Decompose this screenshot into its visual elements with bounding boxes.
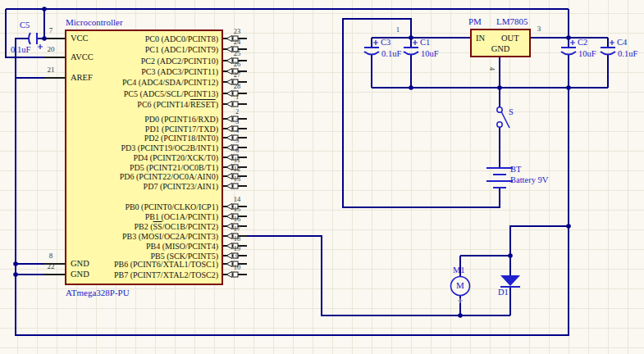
mcu-left-pin-number-0: 7 <box>39 27 62 35</box>
battery-value: Battery 9V <box>510 175 548 185</box>
mcu-left-pin-number-3: 8 <box>39 252 62 261</box>
capacitor-c3-designator: C3 <box>381 38 391 48</box>
mcu-left-pin-number-4: 22 <box>39 263 62 271</box>
mcu-left-pin-name-3: GND <box>71 259 89 269</box>
mcu-right-pin-name-part: PC4 (ADC4/SDA/PCINT12) <box>122 78 218 87</box>
regulator-designator: PM <box>468 16 482 26</box>
mcu-right-pin-name-part: PB2 ( <box>134 222 153 231</box>
mcu-right-pin-name-part: PC6 (PCINT14/ <box>137 100 190 109</box>
capacitor-c2-value: 10uF <box>578 49 596 59</box>
capacitor-c3-value: 0.1uF <box>381 49 401 59</box>
mcu-right-pin-name-5: PC5 (ADC5/SCL/PCINT13) <box>66 88 218 99</box>
mcu-right-pin-number-20: 19 <box>225 245 249 252</box>
regulator-pin-4-number: 4 <box>487 65 496 73</box>
schematic-canvas: Microcontroller ATmega328P-PU PM LM7805 … <box>0 0 644 354</box>
mcu-right-pin-number-19: 18 <box>225 235 249 243</box>
switch-symbol[interactable] <box>497 107 509 128</box>
mcu-right-pin-name-14: PD7 (PCINT23/AIN1) <box>66 181 218 192</box>
mcu-right-pin-name-part: PD4 (PCINT20/XCK/T0) <box>133 153 218 162</box>
mcu-right-pin-name-part: PD3 (PCINT19/OC2B/INT1) <box>121 143 218 152</box>
mcu-right-pin-name-part: PD2 (PCINT18/INT0) <box>144 134 218 143</box>
diode-designator: D1 <box>498 288 509 297</box>
motor-designator: M1 <box>453 266 465 275</box>
mcu-right-pin-number-6: 1 <box>225 93 249 101</box>
capacitor-c5-value: 0.1uF <box>11 45 30 55</box>
diode-symbol[interactable] <box>500 275 520 287</box>
regulator-pin-gnd-label: GND <box>470 44 531 54</box>
mcu-right-pin-name-part: PC1 (ADC1/PCINT9) <box>145 45 218 54</box>
mcu-right-pin-number-15: 14 <box>225 196 249 203</box>
mcu-right-pin-number-13: 12 <box>225 166 249 173</box>
mcu-right-pin-number-16: 15 <box>225 206 249 213</box>
mcu-right-pin-name-part: RESET <box>190 100 216 109</box>
mcu-right-pin-name-part: PC3 (ADC3/PCINT11) <box>141 67 218 76</box>
mcu-right-pin-number-21: 9 <box>225 253 249 261</box>
mcu-right-pin-name-part: PB3 (MOSI/OC2A/PCINT3) <box>122 232 218 241</box>
mcu-right-pin-name-part: PC5 (ADC5/SCL/PCINT13) <box>124 89 218 98</box>
regulator-pin-3-number: 3 <box>533 25 545 34</box>
plus-sign <box>413 40 418 45</box>
regulator-part-number: LM7805 <box>496 16 528 26</box>
mcu-right-pin-number-14: 13 <box>225 175 249 183</box>
regulator-pin-1-number: 1 <box>392 26 404 34</box>
mcu-left-pin-name-0: VCC <box>71 34 89 43</box>
capacitor-c2-designator: C2 <box>578 38 587 48</box>
capacitor-c4-value: 0.1uF <box>618 49 637 59</box>
mcu-right-pin-number-12: 11 <box>225 157 249 164</box>
mcu-left-pin-name-4: GND <box>71 270 89 279</box>
mcu-right-pin-number-1: 24 <box>225 39 249 46</box>
capacitor-c5-designator: C5 <box>20 20 30 30</box>
regulator-pin-in-label: IN <box>476 34 485 43</box>
mcu-right-pin-name-part: ) <box>216 100 218 109</box>
mcu-right-pin-number-11: 6 <box>225 147 249 154</box>
battery-symbol[interactable] <box>486 168 513 188</box>
mcu-right-pin-number-5: 28 <box>225 83 249 90</box>
mcu-right-pin-name-part: PB0 (PCINT0/CLKO/ICP1) <box>125 202 218 211</box>
battery-designator: BT <box>510 165 521 175</box>
capacitor-c4-designator: C4 <box>617 38 627 48</box>
mcu-left-pin-name-1: AVCC <box>71 52 94 62</box>
mcu-right-pin-number-9: 4 <box>225 127 249 134</box>
mcu-right-pin-name-part: PB1 (OC1A/PCINT1) <box>145 212 218 221</box>
plus-sign <box>570 40 575 45</box>
mcu-left-pin-name-2: AREF <box>71 73 93 83</box>
mcu-right-pin-name-part: PD6 (PCINT22/OC0A/AIN0) <box>120 172 218 181</box>
mcu-right-pin-number-4: 27 <box>225 71 249 79</box>
mcu-right-pin-number-10: 5 <box>225 137 249 144</box>
mcu-right-pin-name-part: PB7 (PCINT7/XTAL2/TOSC2) <box>114 270 218 279</box>
mcu-right-pin-name-part: PD0 (PCINT16/RXD) <box>144 115 218 124</box>
motor-plus-mark <box>458 298 463 303</box>
capacitor-c1-designator: C1 <box>420 38 430 48</box>
wire-motor-top <box>460 226 569 256</box>
mcu-right-pin-number-2: 25 <box>225 50 249 57</box>
switch-designator: S <box>509 107 514 117</box>
mcu-right-pin-name-part: SS <box>153 222 162 231</box>
mcu-right-pin-name-part: PB4 (MISO/PCINT4) <box>146 242 218 251</box>
plus-sign <box>610 40 614 45</box>
mcu-right-pin-number-18: 17 <box>225 225 249 233</box>
motor-symbol-letter: M <box>451 280 469 290</box>
mcu-right-pin-name-6: PC6 (PCINT14/RESET) <box>66 99 218 110</box>
mcu-right-pin-name-part: PC2 (ADC2/PCINT10) <box>141 57 218 66</box>
capacitor-c1-value: 10uF <box>421 49 439 59</box>
mcu-right-pin-number-22: 10 <box>225 264 249 271</box>
mcu-right-pin-number-7: 2 <box>225 108 249 116</box>
mcu-left-pin-number-1: 20 <box>39 46 62 54</box>
mcu-left-pin-number-2: 21 <box>39 66 62 75</box>
mcu-right-pin-name-part: /OC1B/PCINT2) <box>162 222 218 231</box>
mcu-right-pin-name-0: PC0 (ADC0/PCINT8) <box>66 34 218 44</box>
mcu-title: Microcontroller <box>66 17 123 27</box>
mcu-right-pin-number-8: 3 <box>225 118 249 125</box>
mcu-right-pin-number-3: 26 <box>225 61 249 68</box>
mcu-right-pin-number-0: 23 <box>225 28 249 35</box>
wire-pb3-motor <box>243 236 510 315</box>
mcu-right-pin-number-17: 16 <box>225 216 249 223</box>
mcu-right-pin-name-part: PD7 (PCINT23/AIN1) <box>144 182 218 191</box>
mcu-right-pin-name-part: PB6 (PCINT6/XTAL1/TOSC1) <box>114 260 218 269</box>
regulator-pin-out-label: OUT <box>501 34 519 43</box>
mcu-part-number: ATmega328P-PU <box>66 288 130 297</box>
plus-sign <box>373 40 378 45</box>
mcu-right-pin-name-part: PC0 (ADC0/PCINT8) <box>145 34 218 43</box>
